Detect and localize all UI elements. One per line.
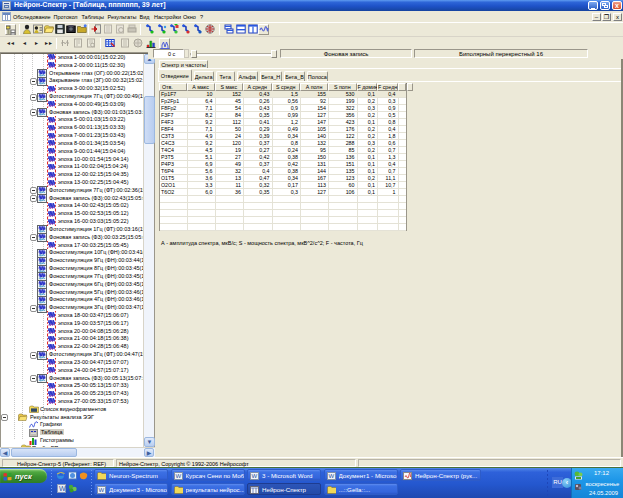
svg-text:W: W — [175, 473, 181, 479]
svg-text:W: W — [328, 473, 334, 479]
svg-text:W: W — [59, 485, 66, 492]
svg-text:W: W — [99, 487, 105, 493]
svg-text:W: W — [252, 473, 258, 479]
